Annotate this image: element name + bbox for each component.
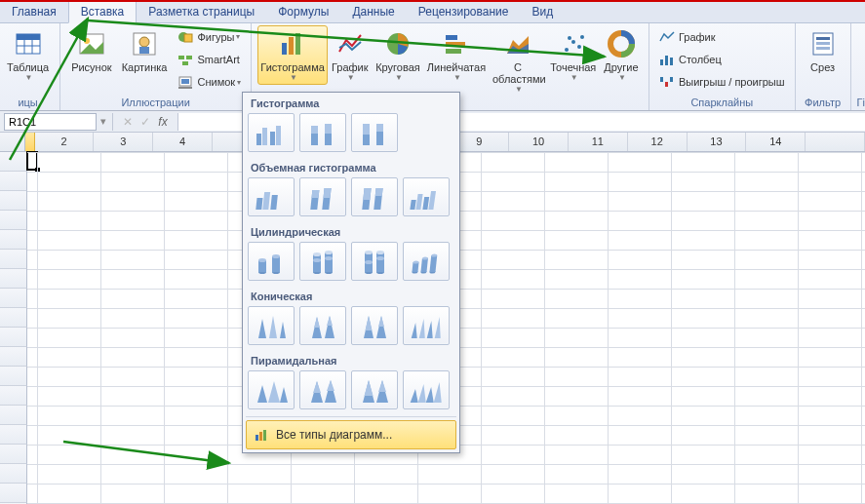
svg-rect-44 (262, 128, 267, 145)
ribbon-tabs: Главная Вставка Разметка страницы Формул… (0, 2, 865, 23)
tab-view[interactable]: Вид (520, 2, 565, 22)
cancel-formula-icon[interactable]: ✕ (119, 115, 137, 129)
column-header[interactable]: 4 (153, 133, 213, 151)
row-header[interactable] (0, 269, 27, 289)
area-chart-button[interactable]: С областями▼ (489, 25, 546, 97)
select-all-cell[interactable] (0, 133, 25, 151)
column-header[interactable]: 11 (569, 133, 628, 151)
chart-type-cone-clustered[interactable] (248, 306, 295, 345)
row-header[interactable] (0, 484, 27, 503)
bar-chart-button[interactable]: Линейчатая▼ (424, 25, 490, 85)
chart-type-cylinder-stacked[interactable] (299, 242, 346, 281)
row-header[interactable] (0, 250, 27, 269)
tab-insert[interactable]: Вставка (68, 2, 138, 23)
svg-rect-46 (276, 126, 281, 145)
accept-formula-icon[interactable]: ✓ (137, 115, 154, 129)
chart-type-pyramid-3d[interactable] (403, 370, 450, 409)
row-header[interactable] (0, 328, 27, 347)
row-header[interactable] (0, 289, 27, 308)
other-charts-button[interactable]: Другие▼ (600, 25, 643, 85)
sparkline-column-button[interactable]: Столбец (655, 51, 789, 68)
tab-page-layout[interactable]: Разметка страницы (137, 2, 266, 22)
svg-rect-48 (311, 126, 318, 134)
chart-type-pyramid-100stacked[interactable] (351, 370, 398, 409)
svg-marker-101 (258, 319, 266, 338)
svg-marker-111 (378, 316, 384, 327)
chart-type-100stacked-column[interactable] (351, 113, 398, 152)
column-header[interactable] (806, 133, 865, 151)
row-header[interactable] (0, 347, 27, 367)
row-header[interactable] (0, 211, 27, 230)
clipart-button[interactable]: Картинка (117, 25, 173, 76)
svg-rect-9 (139, 47, 149, 54)
chart-type-3d-stacked-column[interactable] (299, 177, 346, 216)
tab-home[interactable]: Главная (0, 2, 68, 22)
chart-type-cylinder-clustered[interactable] (248, 242, 295, 281)
row-header[interactable] (0, 464, 27, 484)
pie-chart-button[interactable]: Круговая▼ (372, 25, 423, 85)
row-header[interactable] (0, 152, 27, 172)
column-header[interactable]: 14 (746, 133, 806, 151)
chart-type-3d-clustered-column[interactable] (248, 177, 295, 216)
svg-point-79 (313, 252, 321, 256)
svg-rect-11 (184, 34, 192, 42)
svg-point-78 (313, 258, 321, 262)
row-header[interactable] (0, 308, 27, 328)
column-header[interactable]: 12 (628, 133, 688, 151)
chart-type-cone-stacked[interactable] (299, 306, 346, 345)
row-header[interactable] (0, 445, 27, 464)
svg-marker-116 (257, 385, 267, 403)
shapes-button[interactable]: Фигуры▾ (174, 28, 245, 46)
svg-rect-67 (415, 194, 422, 210)
chevron-down-icon: ▾ (236, 32, 240, 41)
sparkline-line-button[interactable]: График (655, 28, 789, 46)
chart-type-pyramid-stacked[interactable] (299, 370, 346, 409)
sparkline-winloss-button[interactable]: Выигрыш / проигрыш (655, 73, 789, 91)
svg-marker-117 (268, 381, 280, 403)
svg-point-31 (568, 36, 571, 40)
fx-icon[interactable]: fx (154, 115, 172, 129)
column-header[interactable]: 3 (94, 133, 153, 151)
tab-formulas[interactable]: Формулы (266, 2, 340, 22)
row-header[interactable] (0, 406, 27, 425)
column-header[interactable]: 10 (509, 133, 569, 151)
row-header[interactable] (0, 386, 27, 406)
column-chart-button[interactable]: Гистограмма ▼ (257, 25, 328, 85)
row-header[interactable] (0, 172, 27, 191)
picture-icon (76, 28, 107, 59)
all-chart-types-button[interactable]: Все типы диаграмм... (246, 420, 456, 449)
chart-type-cylinder-100stacked[interactable] (351, 242, 398, 281)
chart-type-pyramid-clustered[interactable] (248, 370, 295, 409)
column-header[interactable]: 13 (688, 133, 747, 151)
row-header[interactable] (0, 425, 27, 445)
slicer-button[interactable]: Срез (802, 25, 845, 76)
chart-type-cone-3d[interactable] (403, 306, 450, 345)
row-header[interactable] (0, 230, 27, 250)
column-header[interactable]: 2 (35, 133, 95, 151)
scatter-chart-button[interactable]: Точечная▼ (547, 25, 600, 85)
row-header[interactable] (0, 191, 27, 211)
svg-rect-23 (446, 42, 465, 47)
svg-rect-56 (262, 192, 270, 210)
chart-type-3d-column[interactable] (403, 177, 450, 216)
svg-rect-36 (660, 77, 663, 82)
svg-rect-41 (816, 42, 830, 45)
namebox-dropdown-icon[interactable]: ▾ (100, 115, 106, 128)
group-label-filter: Фильтр (802, 95, 845, 110)
chart-type-stacked-column[interactable] (299, 113, 346, 152)
chart-type-clustered-column[interactable] (248, 113, 295, 152)
picture-button[interactable]: Рисунок (66, 25, 117, 76)
tab-data[interactable]: Данные (340, 2, 406, 22)
name-box-input[interactable] (4, 113, 97, 131)
svg-marker-105 (314, 317, 320, 328)
row-header[interactable] (0, 367, 27, 386)
screenshot-button[interactable]: Снимок▾ (174, 73, 245, 91)
chart-type-cylinder-3d[interactable] (403, 242, 450, 281)
line-chart-button[interactable]: График▼ (328, 25, 372, 85)
table-button[interactable]: Таблица ▼ (2, 25, 54, 85)
chart-type-3d-100stacked-column[interactable] (351, 177, 398, 216)
tab-review[interactable]: Рецензирование (407, 2, 521, 22)
smartart-button[interactable]: SmartArt (174, 51, 245, 68)
chart-type-cone-100stacked[interactable] (351, 306, 398, 345)
column-header[interactable] (25, 133, 34, 151)
